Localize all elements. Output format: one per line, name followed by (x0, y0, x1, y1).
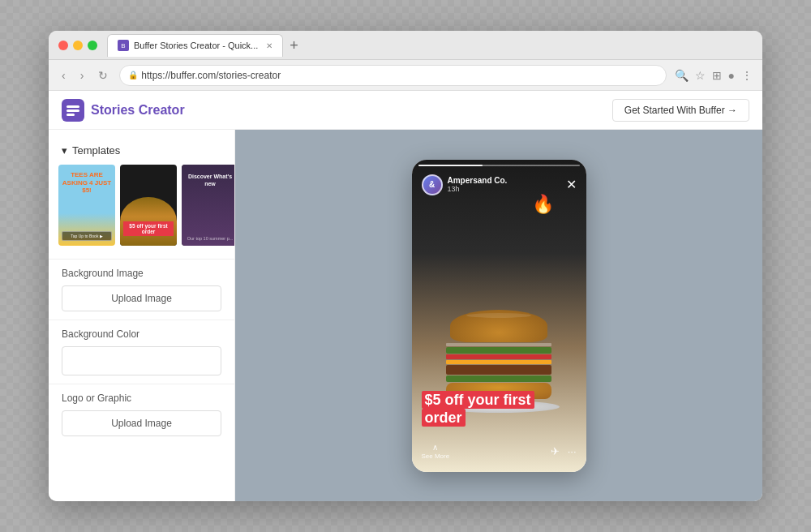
bg-color-label: Background Color (62, 328, 221, 340)
more-options-icon[interactable]: ··· (568, 445, 577, 457)
template-thumbnails: Tees Are Asking 4 Just$5! Tap Up to Book… (49, 165, 234, 259)
tomato-layer (446, 354, 551, 359)
tab-bar: B Buffer Stories Creator - Quick... ✕ + (107, 34, 753, 57)
story-username: Ampersand Co. (448, 176, 508, 185)
url-text: https://buffer.com/stories-creator (141, 70, 281, 81)
beach-thumb-text: Tees Are Asking 4 Just$5! (62, 171, 112, 195)
logo-section: Logo or Graphic Upload Image (49, 384, 234, 444)
forward-button[interactable]: › (77, 67, 88, 84)
more-icon[interactable]: ⋮ (741, 69, 753, 82)
template-thumb-burger[interactable]: $5 off your first order (120, 165, 177, 246)
cta-highlight-1: $5 off your first (422, 391, 534, 409)
minimize-button[interactable] (73, 41, 83, 50)
bun-top (450, 310, 547, 342)
back-button[interactable]: ‹ (58, 67, 69, 84)
woman-thumb-text: Discover What's new (185, 173, 234, 187)
story-user-info: & Ampersand Co. 13h (422, 174, 508, 195)
fire-emoji: 🔥 (532, 194, 554, 215)
lettuce-layer (446, 347, 551, 354)
address-bar: ‹ › ↻ 🔒 https://buffer.com/stories-creat… (49, 60, 762, 91)
see-more[interactable]: ∧ See More (422, 443, 450, 460)
title-bar: B Buffer Stories Creator - Quick... ✕ + (49, 31, 762, 60)
template-thumb-beach[interactable]: Tees Are Asking 4 Just$5! Tap Up to Book… (58, 165, 115, 246)
phone-mockup: & Ampersand Co. 13h ✕ 🔥 (412, 160, 586, 472)
preview-area: & Ampersand Co. 13h ✕ 🔥 (235, 130, 762, 501)
bg-image-label: Background Image (62, 268, 221, 279)
app-logo: Stories Creator (62, 99, 185, 122)
templates-chevron-icon: ▾ (62, 144, 67, 157)
templates-label: Templates (72, 144, 120, 157)
cheese-layer (446, 360, 551, 364)
bg-color-section: Background Color (49, 320, 234, 384)
story-actions: ✈ ··· (551, 445, 577, 457)
reload-button[interactable]: ↻ (95, 67, 111, 84)
profile-icon[interactable]: ● (728, 69, 735, 82)
logo-text: Stories Creator (91, 103, 185, 118)
tab-title: Buffer Stories Creator - Quick... (134, 41, 258, 50)
cta-highlight-2: order (422, 409, 466, 427)
template-thumb-woman[interactable]: Discover What's new Our top 10 summer p.… (182, 165, 234, 246)
url-bar[interactable]: 🔒 https://buffer.com/stories-creator (119, 65, 666, 86)
see-more-arrow-icon: ∧ (432, 443, 438, 452)
buffer-logo-icon (62, 99, 84, 122)
burger-background: & Ampersand Co. 13h ✕ 🔥 (412, 160, 586, 472)
story-avatar: & (422, 174, 443, 195)
layers-icon[interactable]: ⊞ (712, 69, 722, 82)
burger-thumb-text: $5 off your first order (123, 221, 174, 236)
story-cta: $5 off your first order (422, 392, 577, 427)
see-more-label: See More (422, 453, 450, 460)
logo-brand: Stories (91, 103, 135, 117)
cta-text-line2: order (422, 410, 577, 427)
story-close-icon[interactable]: ✕ (566, 177, 577, 192)
patty-stack (446, 343, 551, 382)
tab-close-icon[interactable]: ✕ (266, 41, 272, 50)
active-tab[interactable]: B Buffer Stories Creator - Quick... ✕ (107, 34, 283, 57)
traffic-lights (58, 41, 97, 50)
story-footer: ∧ See More ✈ ··· (412, 431, 586, 472)
send-icon[interactable]: ✈ (551, 445, 560, 457)
story-image: & Ampersand Co. 13h ✕ 🔥 (412, 160, 586, 472)
upload-logo-button[interactable]: Upload Image (62, 410, 221, 436)
story-header: & Ampersand Co. 13h ✕ (412, 160, 586, 200)
story-time: 13h (448, 185, 508, 193)
app-header: Stories Creator Get Started With Buffer … (49, 91, 762, 130)
bg-color-picker[interactable] (62, 346, 221, 375)
get-started-button[interactable]: Get Started With Buffer → (612, 99, 749, 122)
app-content: Stories Creator Get Started With Buffer … (49, 91, 762, 501)
svg-rect-1 (67, 105, 79, 108)
close-button[interactable] (58, 41, 68, 50)
maximize-button[interactable] (88, 41, 97, 50)
story-username-time: Ampersand Co. 13h (448, 176, 508, 193)
sidebar: ▾ Templates Tees Are Asking 4 Just$5! Ta… (49, 130, 235, 501)
bookmark-icon[interactable]: ☆ (695, 69, 706, 82)
new-tab-button[interactable]: + (290, 38, 298, 53)
tab-favicon: B (118, 40, 129, 51)
upload-bg-image-button[interactable]: Upload Image (62, 285, 221, 311)
logo-graphic-label: Logo or Graphic (62, 393, 221, 404)
sauce-layer (446, 343, 551, 346)
templates-header[interactable]: ▾ Templates (49, 139, 234, 165)
browser-window: B Buffer Stories Creator - Quick... ✕ + … (49, 31, 762, 501)
lock-icon: 🔒 (128, 71, 138, 79)
bg-image-section: Background Image Upload Image (49, 259, 234, 320)
logo-suffix: Creator (135, 103, 184, 117)
woman-thumb-bottom: Our top 10 summer p... (185, 236, 234, 241)
cta-text-line1: $5 off your first (422, 392, 577, 410)
svg-rect-3 (67, 114, 75, 116)
address-actions: 🔍 ☆ ⊞ ● ⋮ (675, 69, 753, 82)
main-layout: ▾ Templates Tees Are Asking 4 Just$5! Ta… (49, 130, 762, 501)
svg-rect-2 (67, 109, 79, 112)
lettuce-layer-2 (446, 375, 551, 382)
search-icon[interactable]: 🔍 (675, 69, 689, 82)
beach-thumb-button: Tap Up to Book ▶ (62, 231, 112, 241)
patty-layer (446, 365, 551, 375)
